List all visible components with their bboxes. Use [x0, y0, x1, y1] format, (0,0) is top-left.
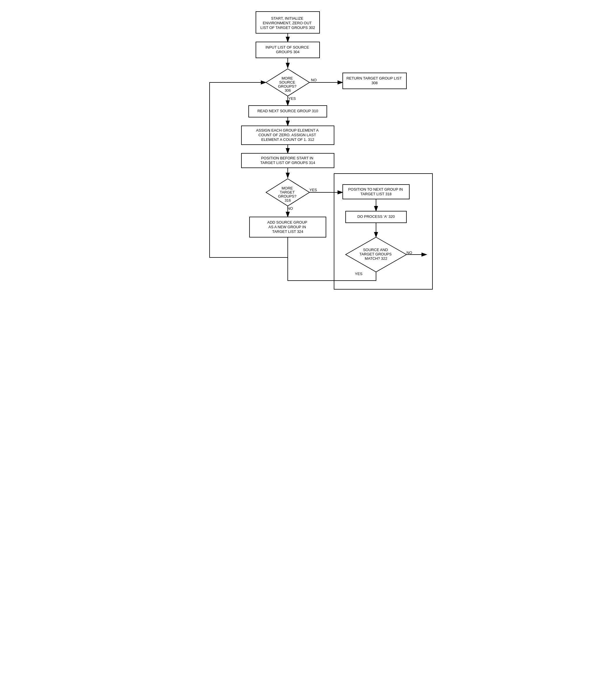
no-label-target: NO [287, 206, 293, 211]
yes-label-source: YES [288, 96, 296, 101]
add-source-text: ADD SOURCE GROUP AS A NEW GROUP IN TARGE… [267, 220, 308, 234]
do-process-text: DO PROCESS 'A' 320 [357, 214, 395, 219]
read-next-text: READ NEXT SOURCE GROUP 310 [257, 109, 318, 113]
yes-label-match: YES [355, 272, 362, 276]
yes-label-target: YES [309, 188, 317, 192]
flowchart-diagram: START, INITIALIZE ENVIRONMENT, ZERO OUT … [178, 6, 438, 310]
position-text: POSITION BEFORE START IN TARGET LIST OF … [260, 156, 315, 165]
assign-text: ASSIGN EACH GROUP ELEMENT A COUNT OF ZER… [256, 128, 319, 142]
no-label-source: NO [311, 78, 317, 82]
